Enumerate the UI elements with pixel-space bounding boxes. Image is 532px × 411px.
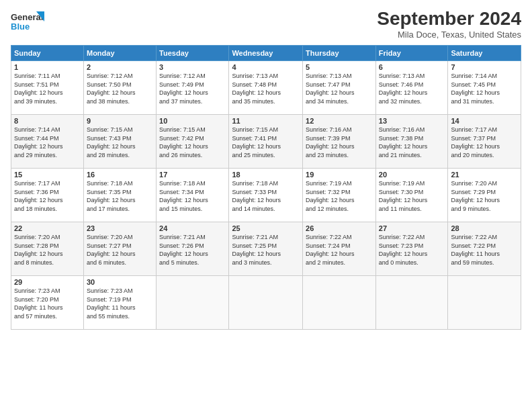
calendar-cell: 23Sunrise: 7:20 AM Sunset: 7:27 PM Dayli… xyxy=(83,222,156,276)
day-number: 17 xyxy=(159,171,226,179)
day-number: 26 xyxy=(306,224,373,232)
day-number: 21 xyxy=(451,171,518,179)
calendar-week-row: 15Sunrise: 7:17 AM Sunset: 7:36 PM Dayli… xyxy=(11,169,521,222)
logo: General Blue xyxy=(11,8,44,35)
day-info: Sunrise: 7:22 AM Sunset: 7:23 PM Dayligh… xyxy=(379,233,445,267)
title-block: September 2024 Mila Doce, Texas, United … xyxy=(377,8,521,40)
day-info: Sunrise: 7:15 AM Sunset: 7:43 PM Dayligh… xyxy=(87,126,153,159)
calendar-cell: 9Sunrise: 7:15 AM Sunset: 7:43 PM Daylig… xyxy=(83,115,156,169)
day-number: 2 xyxy=(87,63,153,71)
day-number: 13 xyxy=(379,117,445,125)
calendar-table: SundayMondayTuesdayWednesdayThursdayFrid… xyxy=(11,45,521,330)
day-info: Sunrise: 7:23 AM Sunset: 7:19 PM Dayligh… xyxy=(87,287,153,320)
calendar-cell: 13Sunrise: 7:16 AM Sunset: 7:38 PM Dayli… xyxy=(375,115,448,169)
day-number: 4 xyxy=(232,63,300,71)
day-info: Sunrise: 7:15 AM Sunset: 7:41 PM Dayligh… xyxy=(232,126,300,159)
day-number: 11 xyxy=(232,117,300,125)
day-number: 15 xyxy=(14,171,81,179)
day-number: 16 xyxy=(87,171,153,179)
calendar-week-row: 29Sunrise: 7:23 AM Sunset: 7:20 PM Dayli… xyxy=(11,276,521,330)
day-header-tuesday: Tuesday xyxy=(157,46,229,61)
day-info: Sunrise: 7:12 AM Sunset: 7:50 PM Dayligh… xyxy=(87,72,153,105)
day-info: Sunrise: 7:21 AM Sunset: 7:26 PM Dayligh… xyxy=(159,233,226,267)
calendar-cell: 26Sunrise: 7:22 AM Sunset: 7:24 PM Dayli… xyxy=(303,222,376,276)
day-header-thursday: Thursday xyxy=(303,46,376,61)
day-number: 18 xyxy=(232,171,300,179)
day-info: Sunrise: 7:16 AM Sunset: 7:38 PM Dayligh… xyxy=(379,126,445,159)
day-info: Sunrise: 7:20 AM Sunset: 7:28 PM Dayligh… xyxy=(14,233,81,267)
day-info: Sunrise: 7:20 AM Sunset: 7:29 PM Dayligh… xyxy=(451,179,518,213)
day-number: 6 xyxy=(379,63,445,71)
calendar-cell: 17Sunrise: 7:18 AM Sunset: 7:34 PM Dayli… xyxy=(157,169,229,222)
calendar-week-row: 8Sunrise: 7:14 AM Sunset: 7:44 PM Daylig… xyxy=(11,115,521,169)
day-info: Sunrise: 7:14 AM Sunset: 7:44 PM Dayligh… xyxy=(14,126,81,159)
day-header-monday: Monday xyxy=(83,46,156,61)
day-info: Sunrise: 7:13 AM Sunset: 7:46 PM Dayligh… xyxy=(379,72,445,105)
day-info: Sunrise: 7:20 AM Sunset: 7:27 PM Dayligh… xyxy=(87,233,153,267)
calendar-cell: 8Sunrise: 7:14 AM Sunset: 7:44 PM Daylig… xyxy=(11,115,84,169)
calendar-cell: 1Sunrise: 7:11 AM Sunset: 7:51 PM Daylig… xyxy=(11,61,84,115)
calendar-cell xyxy=(448,276,521,330)
day-info: Sunrise: 7:22 AM Sunset: 7:22 PM Dayligh… xyxy=(451,233,518,267)
day-number: 29 xyxy=(14,278,81,286)
day-info: Sunrise: 7:15 AM Sunset: 7:42 PM Dayligh… xyxy=(159,126,226,159)
day-info: Sunrise: 7:18 AM Sunset: 7:33 PM Dayligh… xyxy=(232,179,300,213)
day-info: Sunrise: 7:11 AM Sunset: 7:51 PM Dayligh… xyxy=(14,72,81,105)
day-number: 3 xyxy=(159,63,226,71)
calendar-cell xyxy=(303,276,376,330)
day-number: 27 xyxy=(379,224,445,232)
day-info: Sunrise: 7:19 AM Sunset: 7:32 PM Dayligh… xyxy=(306,179,373,213)
calendar-cell: 2Sunrise: 7:12 AM Sunset: 7:50 PM Daylig… xyxy=(83,61,156,115)
day-info: Sunrise: 7:23 AM Sunset: 7:20 PM Dayligh… xyxy=(14,287,81,320)
day-number: 7 xyxy=(451,63,518,71)
day-number: 10 xyxy=(159,117,226,125)
calendar-week-row: 22Sunrise: 7:20 AM Sunset: 7:28 PM Dayli… xyxy=(11,222,521,276)
calendar-cell: 25Sunrise: 7:21 AM Sunset: 7:25 PM Dayli… xyxy=(229,222,303,276)
calendar-cell: 18Sunrise: 7:18 AM Sunset: 7:33 PM Dayli… xyxy=(229,169,303,222)
day-info: Sunrise: 7:22 AM Sunset: 7:24 PM Dayligh… xyxy=(306,233,373,267)
day-number: 24 xyxy=(159,224,226,232)
day-number: 22 xyxy=(14,224,81,232)
calendar-cell: 28Sunrise: 7:22 AM Sunset: 7:22 PM Dayli… xyxy=(448,222,521,276)
calendar-cell: 16Sunrise: 7:18 AM Sunset: 7:35 PM Dayli… xyxy=(83,169,156,222)
location-subtitle: Mila Doce, Texas, United States xyxy=(377,30,521,40)
day-number: 25 xyxy=(232,224,300,232)
calendar-cell: 5Sunrise: 7:13 AM Sunset: 7:47 PM Daylig… xyxy=(303,61,376,115)
svg-text:Blue: Blue xyxy=(11,21,30,32)
calendar-week-row: 1Sunrise: 7:11 AM Sunset: 7:51 PM Daylig… xyxy=(11,61,521,115)
calendar-page: General Blue September 2024 Mila Doce, T… xyxy=(0,0,532,411)
day-number: 30 xyxy=(87,278,153,286)
calendar-cell: 30Sunrise: 7:23 AM Sunset: 7:19 PM Dayli… xyxy=(83,276,156,330)
day-info: Sunrise: 7:14 AM Sunset: 7:45 PM Dayligh… xyxy=(451,72,518,105)
day-info: Sunrise: 7:16 AM Sunset: 7:39 PM Dayligh… xyxy=(306,126,373,159)
day-info: Sunrise: 7:17 AM Sunset: 7:36 PM Dayligh… xyxy=(14,179,81,213)
month-year-title: September 2024 xyxy=(377,8,521,30)
header: General Blue September 2024 Mila Doce, T… xyxy=(11,8,521,40)
logo-icon: General Blue xyxy=(11,8,44,35)
day-number: 5 xyxy=(306,63,373,71)
day-number: 9 xyxy=(87,117,153,125)
calendar-cell: 3Sunrise: 7:12 AM Sunset: 7:49 PM Daylig… xyxy=(157,61,229,115)
calendar-cell: 29Sunrise: 7:23 AM Sunset: 7:20 PM Dayli… xyxy=(11,276,84,330)
calendar-header-row: SundayMondayTuesdayWednesdayThursdayFrid… xyxy=(11,46,521,61)
day-header-saturday: Saturday xyxy=(448,46,521,61)
calendar-cell: 19Sunrise: 7:19 AM Sunset: 7:32 PM Dayli… xyxy=(303,169,376,222)
day-header-wednesday: Wednesday xyxy=(229,46,303,61)
calendar-cell: 21Sunrise: 7:20 AM Sunset: 7:29 PM Dayli… xyxy=(448,169,521,222)
calendar-cell: 10Sunrise: 7:15 AM Sunset: 7:42 PM Dayli… xyxy=(157,115,229,169)
calendar-cell: 6Sunrise: 7:13 AM Sunset: 7:46 PM Daylig… xyxy=(375,61,448,115)
day-info: Sunrise: 7:13 AM Sunset: 7:48 PM Dayligh… xyxy=(232,72,300,105)
day-number: 28 xyxy=(451,224,518,232)
day-number: 23 xyxy=(87,224,153,232)
day-header-friday: Friday xyxy=(375,46,448,61)
day-number: 19 xyxy=(306,171,373,179)
day-info: Sunrise: 7:18 AM Sunset: 7:35 PM Dayligh… xyxy=(87,179,153,213)
day-header-sunday: Sunday xyxy=(11,46,84,61)
calendar-cell: 14Sunrise: 7:17 AM Sunset: 7:37 PM Dayli… xyxy=(448,115,521,169)
calendar-cell: 20Sunrise: 7:19 AM Sunset: 7:30 PM Dayli… xyxy=(375,169,448,222)
day-number: 1 xyxy=(14,63,81,71)
day-info: Sunrise: 7:17 AM Sunset: 7:37 PM Dayligh… xyxy=(451,126,518,159)
day-number: 14 xyxy=(451,117,518,125)
day-number: 20 xyxy=(379,171,445,179)
calendar-cell: 22Sunrise: 7:20 AM Sunset: 7:28 PM Dayli… xyxy=(11,222,84,276)
